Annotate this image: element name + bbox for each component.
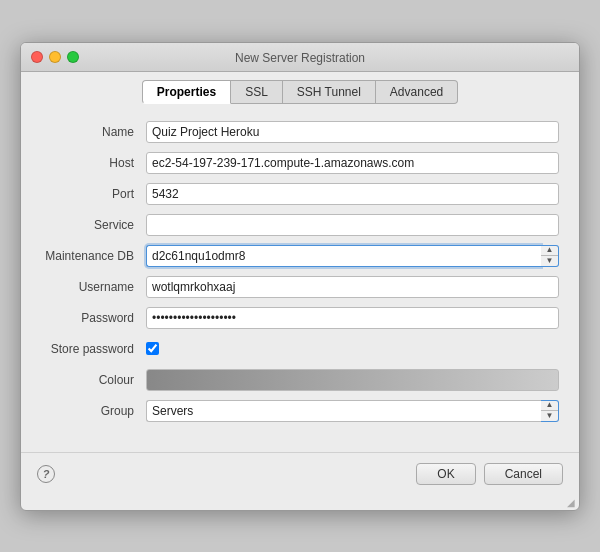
footer: ? OK Cancel [21, 452, 579, 497]
group-stepper-group: ▲ ▼ [146, 400, 559, 422]
username-row: Username [41, 275, 559, 299]
tab-ssl[interactable]: SSL [231, 80, 283, 104]
maintenance-db-label: Maintenance DB [41, 249, 146, 263]
store-password-checkbox-container [146, 342, 159, 355]
footer-buttons: OK Cancel [416, 463, 563, 485]
group-stepper: ▲ ▼ [541, 400, 559, 422]
group-input[interactable] [146, 400, 541, 422]
service-label: Service [41, 218, 146, 232]
service-row: Service [41, 213, 559, 237]
colour-label: Colour [41, 373, 146, 387]
name-row: Name [41, 120, 559, 144]
password-input[interactable] [146, 307, 559, 329]
window-controls [31, 51, 79, 63]
host-row: Host [41, 151, 559, 175]
host-label: Host [41, 156, 146, 170]
maintenance-db-stepper-group: ▲ ▼ [146, 245, 559, 267]
tab-properties[interactable]: Properties [142, 80, 231, 104]
help-icon[interactable]: ? [37, 465, 55, 483]
store-password-label: Store password [41, 342, 146, 356]
username-input[interactable] [146, 276, 559, 298]
cancel-button[interactable]: Cancel [484, 463, 563, 485]
window-title: New Server Registration [235, 51, 365, 65]
group-row: Group ▲ ▼ [41, 399, 559, 423]
maintenance-db-stepper-up[interactable]: ▲ [541, 246, 558, 257]
maintenance-db-row: Maintenance DB ▲ ▼ [41, 244, 559, 268]
store-password-checkbox[interactable] [146, 342, 159, 355]
title-bar: New Server Registration [21, 43, 579, 72]
password-label: Password [41, 311, 146, 325]
group-label: Group [41, 404, 146, 418]
port-row: Port [41, 182, 559, 206]
group-stepper-up[interactable]: ▲ [541, 401, 558, 412]
maintenance-db-stepper: ▲ ▼ [541, 245, 559, 267]
username-label: Username [41, 280, 146, 294]
maintenance-db-stepper-down[interactable]: ▼ [541, 256, 558, 266]
password-row: Password [41, 306, 559, 330]
colour-picker[interactable] [146, 369, 559, 391]
colour-row: Colour [41, 368, 559, 392]
maintenance-db-input[interactable] [146, 245, 541, 267]
close-button[interactable] [31, 51, 43, 63]
service-input[interactable] [146, 214, 559, 236]
tab-ssh-tunnel[interactable]: SSH Tunnel [283, 80, 376, 104]
group-stepper-down[interactable]: ▼ [541, 411, 558, 421]
maximize-button[interactable] [67, 51, 79, 63]
tab-advanced[interactable]: Advanced [376, 80, 458, 104]
form-content: Name Host Port Service Maintenance DB ▲ [21, 104, 579, 442]
minimize-button[interactable] [49, 51, 61, 63]
main-window: New Server Registration Properties SSL S… [20, 42, 580, 511]
port-input[interactable] [146, 183, 559, 205]
store-password-row: Store password [41, 337, 559, 361]
name-input[interactable] [146, 121, 559, 143]
tab-bar: Properties SSL SSH Tunnel Advanced [21, 72, 579, 104]
name-label: Name [41, 125, 146, 139]
host-input[interactable] [146, 152, 559, 174]
ok-button[interactable]: OK [416, 463, 475, 485]
port-label: Port [41, 187, 146, 201]
resize-handle[interactable]: ◢ [21, 497, 579, 510]
